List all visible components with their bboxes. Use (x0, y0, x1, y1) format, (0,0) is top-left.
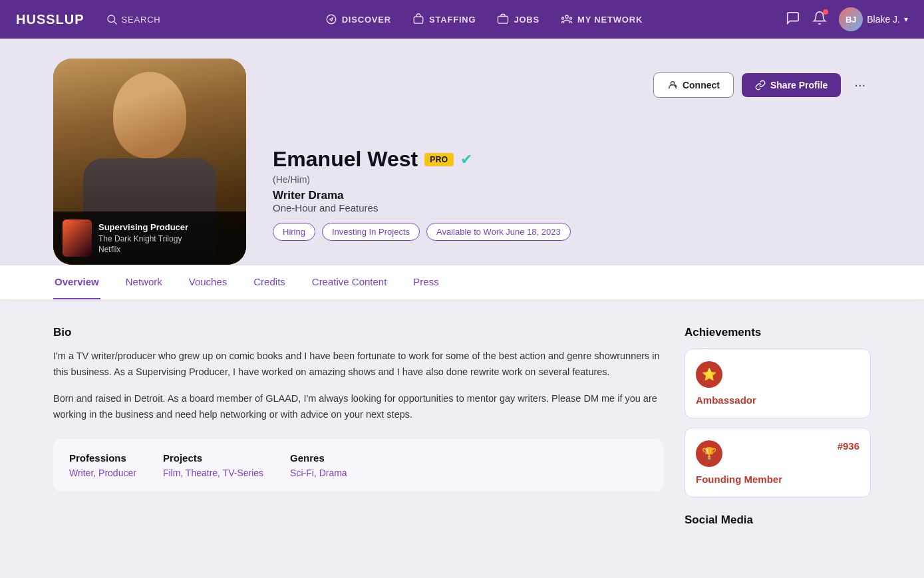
profile-subrole: One-Hour and Features (273, 202, 871, 214)
app-logo[interactable]: HUSSLUP (16, 12, 84, 27)
nav-item-mynetwork[interactable]: MY NETWORK (561, 13, 643, 25)
nav-items: DISCOVER STAFFING JOBS MY NETWORK (182, 13, 786, 25)
chevron-down-icon: ▾ (904, 15, 908, 24)
avatar: BJ (839, 7, 863, 31)
svg-point-6 (565, 15, 569, 19)
genres-value: Sci-Fi, Drama (290, 468, 347, 478)
jobs-icon (497, 13, 509, 25)
founding-label: Founding Member (696, 474, 782, 485)
current-project-badge: Supervising Producer The Dark Knight Tri… (53, 212, 246, 265)
achievement-founding: 🏆 #936 Founding Member (685, 428, 871, 498)
profile-pronouns: (He/Him) (273, 174, 871, 185)
content-right: Achievements ⭐ Ambassador 🏆 #936 Foundin… (685, 326, 871, 533)
tab-credits[interactable]: Credits (252, 265, 287, 299)
project-info: Supervising Producer The Dark Knight Tri… (98, 222, 188, 255)
profile-face (113, 72, 186, 158)
user-menu[interactable]: BJ Blake J. ▾ (839, 7, 908, 31)
profile-tabs: Overview Network Vouches Credits Creativ… (0, 265, 924, 299)
verified-icon: ✔ (460, 151, 472, 168)
notification-dot (823, 9, 828, 15)
bio-para1: I'm a TV writer/producer who grew up on … (53, 349, 663, 380)
projects-label: Projects (163, 452, 263, 464)
svg-point-8 (570, 17, 572, 19)
notifications-button[interactable] (812, 11, 827, 29)
nav-item-jobs[interactable]: JOBS (497, 13, 539, 25)
connect-button[interactable]: Connect (653, 72, 734, 98)
main-content: Bio I'm a TV writer/producer who grew up… (0, 299, 924, 560)
prof-col-genres: Genres Sci-Fi, Drama (290, 452, 347, 478)
svg-point-7 (562, 17, 564, 19)
profile-actions: Connect Share Profile ··· (653, 72, 871, 98)
projects-value: Film, Theatre, TV-Series (163, 468, 263, 478)
discover-icon (325, 13, 337, 25)
svg-rect-4 (498, 17, 508, 24)
founding-row: 🏆 #936 (696, 440, 859, 474)
tab-network[interactable]: Network (124, 265, 164, 299)
profile-header: Supervising Producer The Dark Knight Tri… (0, 39, 924, 265)
professions-label: Professions (69, 452, 136, 464)
profile-role: Writer Drama (273, 189, 871, 202)
project-show: The Dark Knight Trilogy (98, 234, 188, 243)
connect-icon (667, 80, 678, 90)
svg-rect-3 (414, 17, 423, 23)
pro-badge: PRO (424, 153, 454, 166)
tag-hiring: Hiring (273, 223, 315, 241)
social-media-title: Social Media (685, 513, 871, 527)
ambassador-icon: ⭐ (696, 361, 722, 388)
project-network: Netflix (98, 245, 188, 254)
nav-right: BJ Blake J. ▾ (786, 7, 908, 31)
more-options-button[interactable]: ··· (849, 72, 871, 98)
svg-point-2 (327, 15, 336, 24)
bio-title: Bio (53, 326, 663, 339)
profile-info: Emanuel West PRO ✔ (He/Him) Writer Drama… (273, 147, 871, 265)
professions-card: Professions Writer, Producer Projects Fi… (53, 439, 663, 492)
founding-rank: #936 (838, 440, 859, 452)
nav-item-discover[interactable]: DISCOVER (325, 13, 391, 25)
achievements-title: Achievements (685, 326, 871, 339)
achievement-ambassador: ⭐ Ambassador (685, 349, 871, 418)
svg-point-0 (108, 15, 115, 23)
genres-label: Genres (290, 452, 347, 464)
profile-tags: Hiring Investing In Projects Available t… (273, 223, 871, 241)
staffing-icon (412, 13, 424, 25)
share-profile-button[interactable]: Share Profile (742, 73, 841, 97)
ambassador-label: Ambassador (696, 394, 756, 406)
tag-available: Available to Work June 18, 2023 (426, 223, 571, 241)
network-icon (561, 13, 573, 25)
prof-col-professions: Professions Writer, Producer (69, 452, 136, 478)
tab-press[interactable]: Press (412, 265, 440, 299)
profile-photo-wrap: Supervising Producer The Dark Knight Tri… (53, 59, 246, 265)
tab-vouches[interactable]: Vouches (188, 265, 229, 299)
founding-icon: 🏆 (696, 440, 722, 467)
project-thumbnail (63, 219, 92, 257)
profile-name-row: Emanuel West PRO ✔ (273, 147, 871, 172)
message-icon (786, 11, 800, 25)
nav-item-staffing[interactable]: STAFFING (412, 13, 476, 25)
messages-button[interactable] (786, 11, 800, 29)
search-icon (106, 13, 118, 25)
share-icon (755, 80, 766, 90)
bio-para2: Born and raised in Detroit. As a board m… (53, 391, 663, 423)
navbar: HUSSLUP SEARCH DISCOVER STAFFING JOBS MY… (0, 0, 924, 39)
professions-value: Writer, Producer (69, 468, 136, 478)
tag-investing: Investing In Projects (322, 223, 420, 241)
profile-name: Emanuel West (273, 147, 418, 172)
search-button[interactable]: SEARCH (106, 13, 161, 25)
prof-col-projects: Projects Film, Theatre, TV-Series (163, 452, 263, 478)
content-left: Bio I'm a TV writer/producer who grew up… (53, 326, 663, 533)
tab-creative-content[interactable]: Creative Content (311, 265, 388, 299)
tab-overview[interactable]: Overview (53, 265, 100, 299)
svg-line-1 (114, 21, 116, 24)
profile-header-content: Supervising Producer The Dark Knight Tri… (53, 59, 871, 265)
project-title: Supervising Producer (98, 222, 188, 233)
